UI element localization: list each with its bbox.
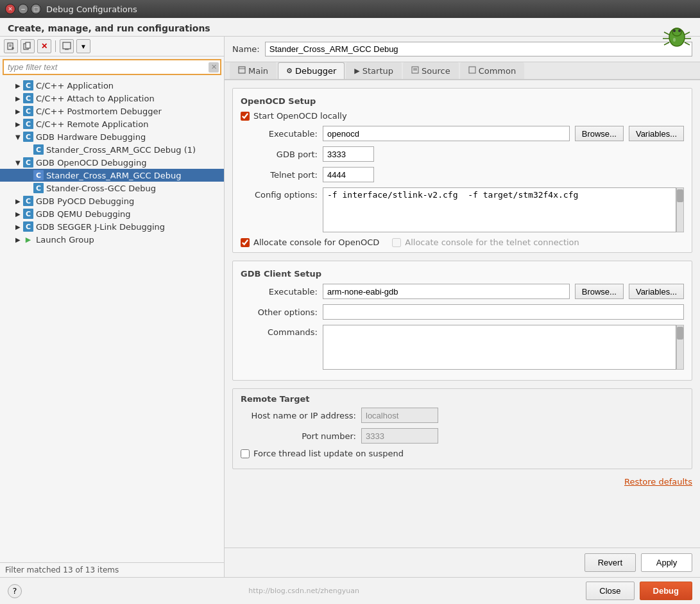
revert-button[interactable]: Revert xyxy=(585,553,636,572)
restore-defaults-link[interactable]: Restore defaults xyxy=(624,474,692,489)
force-thread-label: Force thread list update on suspend xyxy=(253,449,404,458)
name-row: Name: xyxy=(225,37,700,62)
tree-item-label: GDB QEMU Debugging xyxy=(36,209,131,219)
restore-defaults-area: Restore defaults xyxy=(232,477,692,487)
tree-item-launch-group[interactable]: ▶ ▶ Launch Group xyxy=(0,233,224,246)
close-button[interactable]: Close xyxy=(586,582,634,600)
force-thread-checkbox[interactable] xyxy=(241,449,250,458)
tree-item-stander-openocd[interactable]: C Stander_Cross_ARM_GCC Debug xyxy=(0,169,224,182)
tree-item-label: GDB SEGGER J-Link Debugging xyxy=(36,222,165,232)
tab-debugger[interactable]: ⚙ Debugger xyxy=(278,62,345,79)
other-options-input[interactable] xyxy=(323,304,684,320)
start-locally-checkbox[interactable] xyxy=(241,112,250,121)
debugger-tab-icon: ⚙ xyxy=(286,67,293,75)
svg-rect-18 xyxy=(63,42,71,49)
apply-button[interactable]: Apply xyxy=(641,553,692,572)
more-options-button[interactable]: ▼ xyxy=(76,39,90,53)
other-options-row: Other options: xyxy=(241,304,684,320)
gdb-executable-input[interactable] xyxy=(323,284,570,299)
cpp-attach-icon: C xyxy=(23,93,33,103)
commands-textarea[interactable] xyxy=(323,325,676,370)
gdb-pyocd-icon: C xyxy=(23,196,33,206)
openocd-executable-input[interactable] xyxy=(323,126,570,141)
host-input[interactable] xyxy=(361,408,438,423)
tree-item-label: GDB PyOCD Debugging xyxy=(36,196,134,206)
debug-button[interactable]: Debug xyxy=(640,582,692,600)
tab-source[interactable]: Source xyxy=(403,62,459,79)
filter-input[interactable] xyxy=(3,59,221,75)
gdb-port-row: GDB port: xyxy=(241,146,684,162)
close-window-button[interactable]: ✕ xyxy=(5,4,15,14)
gdb-browse-button[interactable]: Browse... xyxy=(575,284,624,299)
tree-item-label: C/C++ Remote Application xyxy=(36,119,148,129)
openocd-browse-button[interactable]: Browse... xyxy=(575,126,624,141)
openocd-title: OpenOCD Setup xyxy=(241,96,684,106)
allocate-console-checkbox[interactable] xyxy=(241,238,250,247)
port-number-input[interactable] xyxy=(361,428,438,444)
remote-target-title: Remote Target xyxy=(241,394,684,404)
host-label: Host name or IP address: xyxy=(241,411,356,420)
svg-point-10 xyxy=(673,38,676,42)
duplicate-config-button[interactable] xyxy=(21,39,35,53)
host-row: Host name or IP address: xyxy=(241,408,684,423)
help-button[interactable]: ? xyxy=(8,584,22,598)
minimize-button[interactable]: − xyxy=(18,4,28,14)
filter-clear-button[interactable]: ✕ xyxy=(209,62,219,73)
expand-icon: ▼ xyxy=(15,134,23,141)
tree-item-gdb-hw[interactable]: ▼ C GDB Hardware Debugging xyxy=(0,130,224,143)
commands-row: Commands: xyxy=(241,325,684,370)
tab-common[interactable]: Common xyxy=(460,62,525,79)
config-options-scrollbar[interactable] xyxy=(676,187,684,232)
gdb-qemu-icon: C xyxy=(23,209,33,219)
config-name-input[interactable] xyxy=(265,42,692,56)
tree-item-gdb-segger[interactable]: ▶ C GDB SEGGER J-Link Debugging xyxy=(0,220,224,233)
main-tab-label: Main xyxy=(248,66,268,76)
filter-box: ✕ xyxy=(3,59,221,75)
tab-startup[interactable]: ▶ Startup xyxy=(346,62,402,79)
config-tree: ▶ C C/C++ Application ▶ C C/C++ Attach t… xyxy=(0,78,224,562)
gdb-port-input[interactable] xyxy=(323,146,374,162)
openocd-setup-section: OpenOCD Setup Start OpenOCD locally Exec… xyxy=(232,88,692,253)
delete-config-button[interactable]: ✕ xyxy=(37,39,51,53)
export-config-button[interactable] xyxy=(60,39,74,53)
telnet-port-input[interactable] xyxy=(323,167,374,182)
tree-item-label: C/C++ Application xyxy=(36,81,114,91)
svg-point-2 xyxy=(673,30,676,32)
common-tab-label: Common xyxy=(479,66,516,76)
commands-scrollbar[interactable] xyxy=(676,325,684,370)
launch-group-icon: ▶ xyxy=(23,234,33,245)
force-thread-row: Force thread list update on suspend xyxy=(241,449,684,458)
expand-icon: ▶ xyxy=(15,236,23,243)
startup-tab-label: Startup xyxy=(363,66,393,76)
config-options-label: Config options: xyxy=(241,187,318,200)
maximize-button[interactable]: □ xyxy=(31,4,41,14)
gdb-client-section: GDB Client Setup Executable: Browse... V… xyxy=(232,261,692,381)
tree-item-gdb-openocd[interactable]: ▼ C GDB OpenOCD Debugging xyxy=(0,156,224,169)
expand-icon: ▶ xyxy=(15,108,23,115)
openocd-variables-button[interactable]: Variables... xyxy=(629,126,684,141)
tree-item-cpp-app[interactable]: ▶ C C/C++ Application xyxy=(0,79,224,92)
tab-main[interactable]: Main xyxy=(230,62,277,79)
gdb-client-title: GDB Client Setup xyxy=(241,269,684,279)
gdb-hw-icon: C xyxy=(23,132,33,142)
gdb-variables-button[interactable]: Variables... xyxy=(629,284,684,299)
titlebar: ✕ − □ Debug Configurations xyxy=(0,0,700,18)
tree-item-label: Launch Group xyxy=(36,235,94,245)
commands-label: Commands: xyxy=(241,325,318,337)
openocd-executable-label: Executable: xyxy=(241,129,318,139)
stander-openocd-icon: C xyxy=(33,170,44,180)
tree-item-stander-cross[interactable]: C Stander-Cross-GCC Debug xyxy=(0,182,224,194)
window-bottom-bar: ? http://blog.csdn.net/zhengyuan Close D… xyxy=(0,577,700,604)
tree-item-stander-hw[interactable]: C Stander_Cross_ARM_GCC Debug (1) xyxy=(0,143,224,156)
allocate-telnet-checkbox[interactable] xyxy=(392,238,401,247)
scroll-thumb-2 xyxy=(677,327,683,340)
tree-item-cpp-remote[interactable]: ▶ C C/C++ Remote Application xyxy=(0,117,224,130)
tree-item-cpp-postmortem[interactable]: ▶ C C/C++ Postmortem Debugger xyxy=(0,105,224,117)
tree-item-gdb-qemu[interactable]: ▶ C GDB QEMU Debugging xyxy=(0,207,224,220)
tree-item-cpp-attach[interactable]: ▶ C C/C++ Attach to Application xyxy=(0,92,224,105)
new-config-button[interactable] xyxy=(4,39,18,53)
tree-item-gdb-pyocd[interactable]: ▶ C GDB PyOCD Debugging xyxy=(0,194,224,207)
header-text: Create, manage, and run configurations xyxy=(8,23,210,33)
config-options-textarea[interactable]: -f interface/stlink-v2.cfg -f target/stm… xyxy=(323,187,676,232)
cpp-remote-icon: C xyxy=(23,119,33,129)
